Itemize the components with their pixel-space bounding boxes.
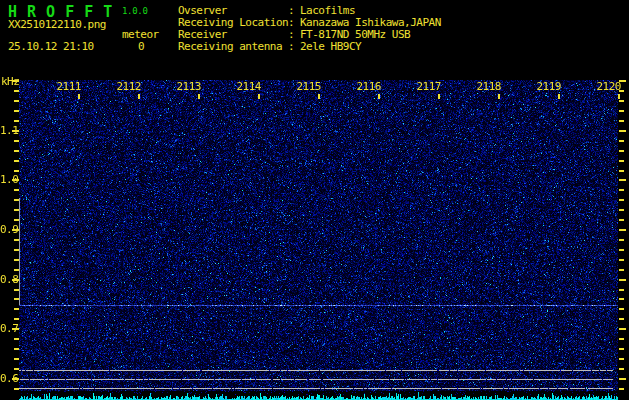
freq-tick xyxy=(12,80,19,82)
freq-tick xyxy=(619,249,624,251)
freq-tick xyxy=(619,239,624,241)
freq-tick xyxy=(14,348,19,350)
freq-tick xyxy=(619,229,626,231)
time-tick-label: 2116 xyxy=(349,81,381,93)
freq-tick xyxy=(14,259,19,261)
time-tick-label: 2112 xyxy=(109,81,141,93)
time-tick-label: 2117 xyxy=(409,81,441,93)
freq-tick xyxy=(619,338,624,340)
freq-tick xyxy=(619,179,626,181)
freq-tick-label: 0.7 xyxy=(0,323,18,335)
freq-tick xyxy=(14,298,19,300)
freq-tick xyxy=(619,189,624,191)
freq-tick xyxy=(14,249,19,251)
time-tick-label: 2115 xyxy=(289,81,321,93)
time-tick xyxy=(498,94,500,99)
freq-tick xyxy=(619,219,624,221)
freq-tick-label: 1.1 xyxy=(0,125,18,137)
freq-tick xyxy=(14,318,19,320)
freq-tick xyxy=(14,219,19,221)
freq-tick xyxy=(619,368,624,370)
freq-tick xyxy=(14,189,19,191)
freq-tick xyxy=(619,388,624,390)
freq-tick xyxy=(619,318,624,320)
freq-tick xyxy=(619,308,624,310)
time-tick-label: 2114 xyxy=(229,81,261,93)
freq-tick xyxy=(14,110,19,112)
hrofft-output-window: H R O F F T 1.0.0 XX2510122110.png meteo… xyxy=(0,0,629,400)
freq-tick xyxy=(14,199,19,201)
freq-tick xyxy=(14,100,19,102)
freq-tick-label: 0.6 xyxy=(0,373,18,385)
time-tick xyxy=(378,94,380,99)
time-tick xyxy=(258,94,260,99)
freq-tick-label: 0.8 xyxy=(0,274,18,286)
freq-tick xyxy=(14,269,19,271)
freq-tick xyxy=(619,160,624,162)
freq-tick xyxy=(619,269,624,271)
freq-tick xyxy=(14,209,19,211)
time-tick-label: 2120 xyxy=(589,81,621,93)
freq-tick xyxy=(14,368,19,370)
spectrogram-canvas xyxy=(19,80,618,391)
freq-tick xyxy=(14,239,19,241)
freq-tick xyxy=(619,90,624,92)
freq-tick xyxy=(14,150,19,152)
freq-tick-label: 1.0 xyxy=(0,174,18,186)
freq-tick xyxy=(14,289,19,291)
freq-tick xyxy=(14,120,19,122)
time-tick-label: 2111 xyxy=(49,81,81,93)
freq-tick xyxy=(619,199,624,201)
freq-tick xyxy=(619,170,624,172)
freq-tick xyxy=(619,80,626,82)
time-tick xyxy=(138,94,140,99)
freq-tick xyxy=(14,140,19,142)
time-tick xyxy=(318,94,320,99)
freq-tick xyxy=(14,388,19,390)
time-tick xyxy=(438,94,440,99)
time-tick-label: 2119 xyxy=(529,81,561,93)
freq-tick xyxy=(619,348,624,350)
freq-tick xyxy=(14,170,19,172)
freq-tick xyxy=(619,209,624,211)
freq-tick xyxy=(14,90,19,92)
freq-tick-label: 0.9 xyxy=(0,224,18,236)
time-tick xyxy=(558,94,560,99)
time-tick-label: 2118 xyxy=(469,81,501,93)
freq-tick xyxy=(619,259,624,261)
freq-tick xyxy=(619,140,624,142)
freq-tick xyxy=(14,308,19,310)
freq-tick xyxy=(619,378,626,380)
freq-tick xyxy=(619,130,626,132)
signal-level-strip-canvas xyxy=(19,391,618,400)
freq-tick xyxy=(619,358,624,360)
freq-tick xyxy=(619,289,624,291)
time-tick xyxy=(618,94,620,99)
freq-tick xyxy=(619,120,624,122)
freq-tick xyxy=(14,160,19,162)
freq-tick xyxy=(619,100,624,102)
freq-tick xyxy=(619,110,624,112)
freq-tick xyxy=(619,298,624,300)
freq-tick xyxy=(619,279,626,281)
time-tick xyxy=(198,94,200,99)
event-marker-line xyxy=(19,198,20,305)
freq-tick xyxy=(619,150,624,152)
freq-tick xyxy=(619,328,626,330)
time-tick xyxy=(78,94,80,99)
freq-tick xyxy=(14,338,19,340)
spectrogram-plot: kHz 211121122113211421152116211721182119… xyxy=(0,0,629,400)
freq-tick xyxy=(14,358,19,360)
time-tick-label: 2113 xyxy=(169,81,201,93)
